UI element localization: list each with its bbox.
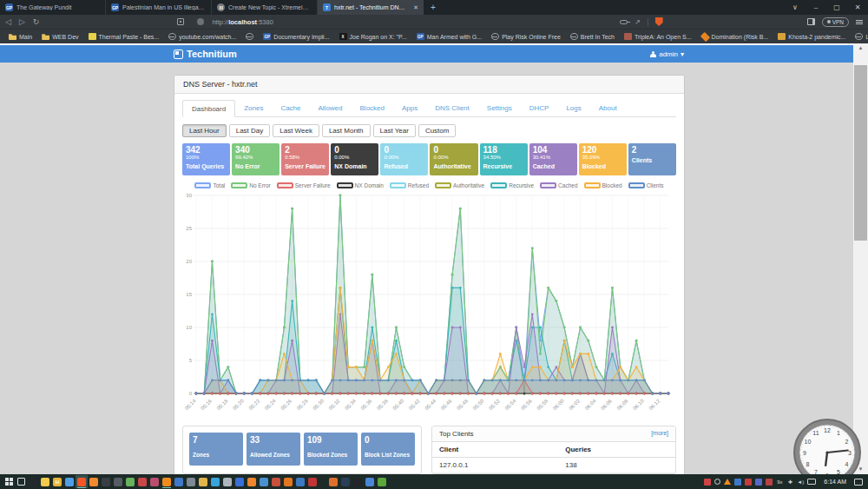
legend-item-servfail[interactable]: Server Failure (277, 182, 331, 188)
taskbar-photos-app[interactable] (173, 475, 185, 488)
back-icon[interactable]: ◁ (5, 15, 11, 29)
browser-tab[interactable]: GPPalestinian Man in US Illegally Arrest… (106, 0, 212, 15)
range-button-custom[interactable]: Custom (418, 124, 457, 137)
bookmark-item[interactable]: Khosta-2 pandemic... (774, 32, 849, 41)
bookmark-item[interactable]: WEB Dev (38, 32, 82, 41)
maximize-button[interactable]: ▢ (826, 0, 847, 15)
window-tray-icon[interactable] (734, 479, 741, 486)
user-menu[interactable]: admin▾ (650, 50, 684, 58)
tab-search-chevron-icon[interactable]: ∨ (785, 0, 806, 15)
tab-cache[interactable]: Cache (272, 100, 309, 117)
volume-tray-icon[interactable]: ◄) (797, 479, 804, 486)
taskbar-blue-app[interactable] (258, 475, 270, 488)
scrollbar-up-arrow[interactable]: ▲ (853, 43, 868, 53)
top-clients-more-link[interactable]: [more] (651, 430, 668, 438)
tab-logs[interactable]: Logs (557, 100, 589, 117)
taskbar-green-app[interactable] (376, 475, 388, 488)
antivirus-tray-icon[interactable] (704, 479, 711, 486)
password-key-icon[interactable] (620, 20, 628, 24)
keyboard-tray-icon[interactable] (807, 479, 816, 485)
tab-zones[interactable]: Zones (235, 100, 272, 117)
bookmark-icon[interactable] (177, 18, 184, 25)
vlc-tray-icon[interactable] (724, 479, 731, 485)
taskbar-file-explorer[interactable] (39, 475, 51, 488)
close-button[interactable]: ✕ (847, 0, 868, 15)
taskbar-steam-app[interactable] (339, 475, 352, 488)
range-button-last-week[interactable]: Last Week (273, 124, 319, 137)
taskbar-sphere-app[interactable] (364, 475, 376, 488)
minimize-button[interactable]: – (806, 0, 826, 15)
taskbar-dark-app-2[interactable] (352, 475, 364, 488)
bookmark-item[interactable]: Main (5, 32, 36, 41)
site-info-icon[interactable] (197, 18, 204, 25)
bookmark-item[interactable]: GPMan Armed with G... (413, 32, 485, 41)
taskbar-file-app[interactable] (221, 475, 233, 488)
taskbar-vlc-app[interactable] (161, 475, 173, 488)
legend-item-authoritative[interactable]: Authoritative (435, 182, 484, 188)
bookmark-item[interactable]: TripleA: An Open S... (621, 32, 695, 41)
tab-apps[interactable]: Apps (393, 100, 426, 117)
page-scrollbar[interactable]: ▲ ▼ (853, 43, 868, 474)
taskbar-orange-app[interactable] (88, 475, 100, 488)
taskbar-clock[interactable]: 6:14 AM (824, 479, 846, 485)
legend-item-cached[interactable]: Cached (540, 182, 577, 188)
tab-blocked[interactable]: Blocked (352, 100, 393, 117)
taskbar-image-app[interactable] (270, 475, 282, 488)
tab-about[interactable]: About (590, 100, 626, 117)
taskbar-brave-browser[interactable] (76, 475, 88, 488)
legend-item-nx[interactable]: NX Domain (337, 182, 384, 188)
range-button-last-month[interactable]: Last Month (322, 124, 371, 137)
vpn-button[interactable]: VPN (822, 17, 849, 27)
move-tray-icon[interactable]: ✚ (786, 479, 793, 486)
legend-item-refused[interactable]: Refused (390, 182, 429, 188)
taskbar-h-app[interactable]: H (51, 475, 63, 488)
taskbar-start-button[interactable] (3, 475, 15, 488)
legend-item-recursive[interactable]: Recursive (490, 182, 534, 188)
taskbar-telegram-app[interactable] (209, 475, 221, 488)
url-field[interactable]: http://localhost:5380 (212, 18, 273, 26)
taskbar-camera-app[interactable] (100, 475, 112, 488)
vs-tray-icon[interactable] (766, 479, 773, 486)
forward-icon[interactable]: ▷ (19, 15, 25, 29)
taskbar-red-app-2[interactable] (306, 475, 319, 488)
browser-tab[interactable]: Thxtr.net - Technitium DNS Serve✕ (318, 0, 424, 15)
new-tab-button[interactable]: + (424, 0, 443, 15)
taskbar-orange-app-3[interactable] (327, 475, 339, 488)
scrollbar-thumb[interactable] (854, 65, 867, 241)
bookmark-item[interactable]: Brett In Tech (567, 32, 618, 41)
taskbar-red-app[interactable] (136, 475, 148, 488)
share-icon[interactable]: ↗ (635, 18, 641, 26)
taskbar-chat-app[interactable] (63, 475, 76, 488)
ring-tray-icon[interactable] (714, 479, 720, 485)
bookmark-item[interactable]: youtube.com/watch... (165, 32, 240, 41)
taskbar-pink-app[interactable] (148, 475, 161, 488)
taskbar-folder-app[interactable] (197, 475, 209, 488)
taskbar-code-app[interactable] (233, 475, 246, 488)
sidebar-icon[interactable] (807, 18, 815, 25)
bookmark-item[interactable]: XJoe Rogan on X: "P... (336, 32, 411, 41)
tab-dhcp[interactable]: DHCP (521, 100, 558, 117)
tab-settings[interactable]: Settings (478, 100, 521, 117)
tab-allowed[interactable]: Allowed (310, 100, 352, 117)
tab-dashboard[interactable]: Dashboard (182, 100, 235, 117)
brand[interactable]: Technitium (174, 49, 237, 59)
taskbar-task-view-button[interactable] (15, 475, 27, 488)
bookmark-item[interactable]: Domination (Risk B... (698, 33, 773, 41)
taskbar-gallery-app[interactable] (124, 475, 136, 488)
taskbar-terminal-app[interactable] (27, 475, 39, 488)
legend-item-clients[interactable]: Clients (628, 182, 664, 188)
taskbar-network-app[interactable] (294, 475, 306, 488)
browser-tab[interactable]: GPThe Gateway Pundit (0, 0, 106, 15)
taskbar-orange-app-2[interactable] (282, 475, 294, 488)
taskbar-gray-app[interactable] (185, 475, 197, 488)
bookmark-item[interactable] (242, 32, 257, 41)
tab-dns-client[interactable]: DNS Client (426, 100, 478, 117)
bookmark-item[interactable]: GPDocumentary Impli... (260, 32, 332, 41)
taskbar-dark-app[interactable] (112, 475, 124, 488)
taskbar-search-app[interactable] (246, 475, 258, 488)
bookmark-item[interactable]: Lana Del Rey - Che... (852, 32, 868, 41)
legend-item-blocked[interactable]: Blocked (584, 182, 622, 188)
bookmark-item[interactable]: Thermal Paste - Bes... (85, 32, 163, 41)
brave-shield-icon[interactable] (655, 17, 663, 26)
legend-item-total[interactable]: Total (194, 182, 225, 188)
